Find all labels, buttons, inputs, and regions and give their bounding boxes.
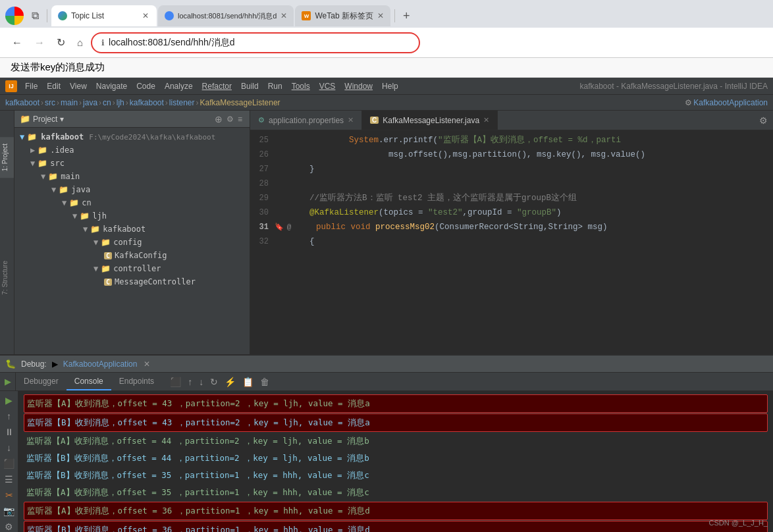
- bc-listener[interactable]: listener: [169, 98, 195, 107]
- debug-btn-2[interactable]: ↑: [185, 375, 195, 388]
- bc-kafkaboot[interactable]: kafkaboot: [5, 98, 40, 107]
- home-button[interactable]: ⌂: [73, 34, 87, 51]
- bc-src[interactable]: src: [45, 98, 55, 107]
- sidebar-icon-settings[interactable]: ≡: [236, 115, 244, 124]
- debug-side-settings[interactable]: ⚙: [3, 520, 14, 532]
- bc-main[interactable]: main: [61, 98, 78, 107]
- tab2-close[interactable]: ✕: [280, 11, 287, 20]
- code-content-26: msg.offset(),msg.partition(), msg.key(),…: [284, 147, 773, 162]
- editor-tab-properties[interactable]: ⚙ application.properties ✕: [250, 111, 362, 130]
- debug-btn-1[interactable]: ⬛: [167, 375, 184, 388]
- tree-controller[interactable]: ▼ 📁 controller: [14, 262, 250, 275]
- debug-side-down[interactable]: ↓: [5, 441, 13, 454]
- menu-analyze[interactable]: Analyze: [161, 80, 197, 92]
- gutter-25: [274, 133, 284, 147]
- sidebar-icon-plus[interactable]: ⊕: [213, 114, 225, 124]
- back-button[interactable]: ←: [8, 34, 26, 51]
- debug-play-btn[interactable]: ▶: [4, 377, 12, 386]
- debug-tab-console[interactable]: Console: [67, 373, 111, 390]
- code-editor[interactable]: 25 System.err.printf("监听器【A】收到消息，offset …: [250, 130, 773, 354]
- forward-button[interactable]: →: [30, 34, 49, 51]
- tree-src[interactable]: ▼ 📁 src: [14, 157, 250, 170]
- project-label[interactable]: 1: Project: [0, 137, 14, 178]
- gutter-26: [274, 147, 284, 162]
- debug-btn-6[interactable]: 📋: [240, 375, 256, 388]
- menu-view[interactable]: View: [66, 80, 91, 92]
- left-strip: 1: Project 7: Structure: [0, 111, 14, 354]
- debug-side-up[interactable]: ↑: [5, 410, 13, 423]
- console-line-4: 监听器【B】收到消息，offset = 44 ，partition=2 ，key…: [24, 450, 768, 467]
- console-output[interactable]: 监听器【A】收到消息，offset = 43 ，partition=2 ，key…: [18, 391, 773, 532]
- tree-kafkaboot-pkg[interactable]: ▼ 📁 kafkaboot: [14, 223, 250, 236]
- debug-app-name[interactable]: KafkabootApplication: [63, 359, 138, 369]
- tab-localhost[interactable]: localhost:8081/send/hhh/消息d ✕: [158, 5, 294, 26]
- sidebar-icon-gear[interactable]: ⚙: [225, 115, 236, 124]
- menu-window[interactable]: Window: [340, 80, 377, 92]
- tree-cn[interactable]: ▼ 📁 cn: [14, 196, 250, 209]
- bc-ljh[interactable]: ljh: [117, 98, 124, 107]
- file-tree: ▼ 📁 kafkaboot F:\myCode2024\kafka\kafkab…: [14, 128, 250, 354]
- line-num-25: 25: [250, 133, 274, 147]
- debug-btn-3[interactable]: ↓: [196, 375, 206, 388]
- java-tab-icon: C: [370, 117, 379, 124]
- debug-tab-debugger[interactable]: Debugger: [16, 373, 67, 390]
- debug-side-cam[interactable]: 📷: [2, 504, 16, 518]
- tree-java[interactable]: ▼ 📁 java: [14, 183, 250, 196]
- debug-side-stop[interactable]: ⬛: [2, 457, 16, 470]
- tree-kafkaconfig[interactable]: C KafkaConfig: [14, 249, 250, 262]
- debug-side-scissors[interactable]: ✂: [4, 489, 14, 502]
- lock-icon: ℹ: [101, 38, 105, 47]
- tab3-close[interactable]: ✕: [377, 11, 384, 20]
- url-display: localhost:8081/send/hhh/消息d: [109, 37, 234, 49]
- debug-side-list[interactable]: ☰: [3, 473, 14, 486]
- tree-idea[interactable]: ▶ 📁 .idea: [14, 144, 250, 157]
- bc-current[interactable]: KafkaMessageListener: [200, 98, 280, 107]
- code-line-29: 29 //监听器方法B：监听 test2 主题，这个监听器是属于groupB这个…: [250, 191, 773, 205]
- tab1-close[interactable]: ✕: [141, 10, 150, 22]
- tab-props-close[interactable]: ✕: [348, 116, 354, 124]
- editor-settings-icon[interactable]: ⚙: [759, 115, 768, 126]
- tree-ljh[interactable]: ▼ 📁 ljh: [14, 209, 250, 223]
- menu-vcs[interactable]: VCS: [315, 80, 340, 92]
- refresh-button[interactable]: ↻: [53, 34, 69, 51]
- menu-run[interactable]: Run: [264, 80, 286, 92]
- tree-config[interactable]: ▼ 📁 config: [14, 236, 250, 249]
- console-line-8-text: 监听器【B】收到消息，offset = 36 ，partition=1 ，key…: [27, 523, 370, 532]
- tab-separator: [47, 9, 47, 22]
- debug-btn-4[interactable]: ↻: [207, 375, 221, 388]
- tab-java-close[interactable]: ✕: [483, 116, 489, 124]
- breadcrumb-settings-icon[interactable]: ⚙: [685, 98, 692, 107]
- bc-java[interactable]: java: [83, 98, 97, 107]
- wetab-icon: W: [302, 11, 311, 20]
- menu-help[interactable]: Help: [378, 80, 402, 92]
- tab-group-icon[interactable]: ⧉: [28, 7, 43, 24]
- debug-tabs-bar: ▶ Debugger Console Endpoints ⬛ ↑ ↓ ↻ ⚡ 📋…: [0, 373, 773, 391]
- debug-side-play[interactable]: ▶: [2, 394, 16, 407]
- debug-tab-endpoints[interactable]: Endpoints: [111, 373, 162, 390]
- tab-wetab[interactable]: W WeTab 新标签页 ✕: [295, 5, 390, 26]
- debug-btn-5[interactable]: ⚡: [222, 375, 238, 388]
- tab-topic-list[interactable]: Topic List ✕: [51, 5, 157, 26]
- debug-btn-7[interactable]: 🗑: [257, 375, 272, 388]
- console-line-3: 监听器【A】收到消息，offset = 44 ，partition=2 ，key…: [24, 433, 768, 450]
- editor-tab-java[interactable]: C KafkaMessageListener.java ✕: [362, 111, 498, 130]
- menu-file[interactable]: File: [21, 80, 41, 92]
- console-line-8: 监听器【B】收到消息，offset = 36 ，partition=1 ，key…: [24, 521, 768, 532]
- debug-header-close[interactable]: ✕: [144, 359, 150, 369]
- structure-label[interactable]: 7: Structure: [0, 254, 14, 302]
- menu-tools[interactable]: Tools: [288, 80, 314, 92]
- debug-side-pause[interactable]: ⏸: [3, 425, 15, 439]
- new-tab-button[interactable]: +: [399, 8, 414, 24]
- tree-main[interactable]: ▼ 📁 main: [14, 170, 250, 183]
- bc-kafkaboot2[interactable]: kafkaboot: [130, 98, 164, 107]
- bc-cn[interactable]: cn: [103, 98, 111, 107]
- tree-messagecontroller[interactable]: C MessageController: [14, 275, 250, 288]
- kafkaboot-app-link[interactable]: KafkabootApplication: [693, 98, 768, 107]
- menu-code[interactable]: Code: [132, 80, 159, 92]
- menu-refactor[interactable]: Refactor: [198, 80, 236, 92]
- menu-edit[interactable]: Edit: [43, 80, 65, 92]
- menu-navigate[interactable]: Navigate: [92, 80, 131, 92]
- menu-build[interactable]: Build: [237, 80, 263, 92]
- url-input-bar[interactable]: ℹ localhost:8081/send/hhh/消息d: [91, 32, 420, 53]
- tree-root[interactable]: ▼ 📁 kafkaboot F:\myCode2024\kafka\kafkab…: [14, 130, 250, 144]
